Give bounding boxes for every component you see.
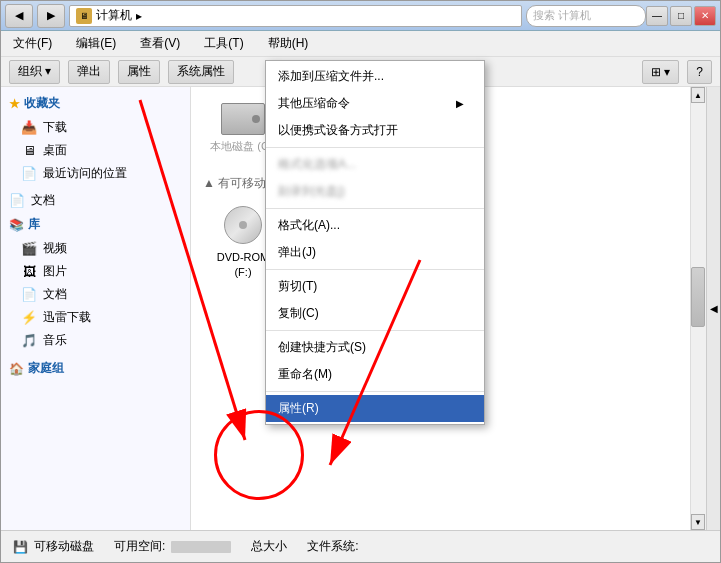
- sidebar-item-label: 视频: [43, 240, 67, 257]
- ctx-sep2: [266, 208, 484, 209]
- thunder-icon: ⚡: [21, 310, 37, 326]
- context-menu: 添加到压缩文件并... 其他压缩命令 ▶ 以便携式设备方式打开 格式化选项A..…: [265, 60, 485, 425]
- sidebar-item-label: 下载: [43, 119, 67, 136]
- free-space-status: 可用空间:: [114, 538, 231, 555]
- total-size-label: 总大小: [251, 538, 287, 555]
- address-bar[interactable]: 🖥 计算机 ▸: [69, 5, 522, 27]
- doc-icon: 📄: [9, 193, 25, 209]
- desktop-icon: 🖥: [21, 143, 37, 159]
- ctx-portable-open[interactable]: 以便携式设备方式打开: [266, 117, 484, 144]
- address-arrow: ▸: [136, 9, 142, 23]
- ctx-sep4: [266, 330, 484, 331]
- sidebar-item-label: 音乐: [43, 332, 67, 349]
- dvd-disc: [224, 206, 262, 244]
- sidebar-item-download[interactable]: 📥 下载: [1, 116, 190, 139]
- ctx-blurred2[interactable]: 刻录到光盘j): [266, 178, 484, 205]
- sidebar-item-doc2[interactable]: 📄 文档: [1, 283, 190, 306]
- menu-edit[interactable]: 编辑(E): [72, 33, 120, 54]
- scrollbar-up[interactable]: ▲: [691, 87, 705, 103]
- title-bar-left: ◀ ▶ 🖥 计算机 ▸ 搜索 计算机: [5, 4, 646, 28]
- sidebar-item-desktop[interactable]: 🖥 桌面: [1, 139, 190, 162]
- scrollbar[interactable]: ▲ ▼: [690, 87, 706, 530]
- ctx-blurred1[interactable]: 格式化选项A...: [266, 151, 484, 178]
- recent-icon: 📄: [21, 166, 37, 182]
- ctx-blurred1-label: 格式化选项A...: [278, 156, 356, 173]
- ctx-create-shortcut-label: 创建快捷方式(S): [278, 339, 366, 356]
- video-icon: 🎬: [21, 241, 37, 257]
- free-space-bar: [171, 541, 231, 553]
- panel-collapse-button[interactable]: ◀: [706, 87, 720, 530]
- ctx-other-compress[interactable]: 其他压缩命令 ▶: [266, 90, 484, 117]
- drive-status: 💾 可移动磁盘: [13, 538, 94, 555]
- doc2-icon: 📄: [21, 287, 37, 303]
- ctx-format[interactable]: 格式化(A)...: [266, 212, 484, 239]
- sidebar-item-label: 桌面: [43, 142, 67, 159]
- hdd-c-icon: [221, 103, 265, 135]
- system-properties-button[interactable]: 系统属性: [168, 60, 234, 84]
- forward-button[interactable]: ▶: [37, 4, 65, 28]
- sidebar-item-video[interactable]: 🎬 视频: [1, 237, 190, 260]
- ctx-eject[interactable]: 弹出(J): [266, 239, 484, 266]
- filesystem-label: 文件系统:: [307, 538, 358, 555]
- view-toggle-button[interactable]: ⊞ ▾: [642, 60, 679, 84]
- eject-button[interactable]: 弹出: [68, 60, 110, 84]
- ctx-properties[interactable]: 属性(R): [266, 395, 484, 422]
- back-button[interactable]: ◀: [5, 4, 33, 28]
- help-button[interactable]: ?: [687, 60, 712, 84]
- sidebar-item-document[interactable]: 📄 文档: [1, 189, 190, 212]
- ctx-copy-label: 复制(C): [278, 305, 319, 322]
- ctx-sep3: [266, 269, 484, 270]
- minimize-button[interactable]: —: [646, 6, 668, 26]
- ctx-cut-label: 剪切(T): [278, 278, 317, 295]
- sidebar-item-music[interactable]: 🎵 音乐: [1, 329, 190, 352]
- scrollbar-thumb[interactable]: [691, 267, 705, 327]
- ctx-sep5: [266, 391, 484, 392]
- drive-status-label: 可移动磁盘: [34, 538, 94, 555]
- homegroup-header[interactable]: 🏠 家庭组: [1, 356, 190, 381]
- library-header[interactable]: 📚 库: [1, 212, 190, 237]
- ctx-format-label: 格式化(A)...: [278, 217, 340, 234]
- organize-button[interactable]: 组织 ▾: [9, 60, 60, 84]
- sidebar-item-recent[interactable]: 📄 最近访问的位置: [1, 162, 190, 185]
- ctx-properties-label: 属性(R): [278, 400, 319, 417]
- sidebar-item-image[interactable]: 🖼 图片: [1, 260, 190, 283]
- ctx-blurred2-label: 刻录到光盘j): [278, 183, 345, 200]
- favorites-header[interactable]: ★ 收藏夹: [1, 91, 190, 116]
- free-space-label: 可用空间:: [114, 538, 165, 555]
- search-box[interactable]: 搜索 计算机: [526, 5, 646, 27]
- menu-tools[interactable]: 工具(T): [200, 33, 247, 54]
- ctx-rename[interactable]: 重命名(M): [266, 361, 484, 388]
- maximize-button[interactable]: □: [670, 6, 692, 26]
- ctx-eject-label: 弹出(J): [278, 244, 316, 261]
- menu-bar: 文件(F) 编辑(E) 查看(V) 工具(T) 帮助(H): [1, 31, 720, 57]
- ctx-rename-label: 重命名(M): [278, 366, 332, 383]
- properties-button[interactable]: 属性: [118, 60, 160, 84]
- sidebar-item-label: 最近访问的位置: [43, 165, 127, 182]
- ctx-add-archive[interactable]: 添加到压缩文件并...: [266, 63, 484, 90]
- computer-icon: 🖥: [76, 8, 92, 24]
- search-placeholder: 搜索 计算机: [533, 8, 591, 23]
- sidebar-item-label: 迅雷下载: [43, 309, 91, 326]
- submenu-arrow: ▶: [456, 98, 464, 109]
- sidebar-item-label: 文档: [31, 192, 55, 209]
- address-text: 计算机: [96, 7, 132, 24]
- ctx-portable-open-label: 以便携式设备方式打开: [278, 122, 398, 139]
- total-size-status: 总大小: [251, 538, 287, 555]
- menu-view[interactable]: 查看(V): [136, 33, 184, 54]
- close-button[interactable]: ✕: [694, 6, 716, 26]
- favorites-label: 收藏夹: [24, 95, 60, 112]
- menu-file[interactable]: 文件(F): [9, 33, 56, 54]
- ctx-copy[interactable]: 复制(C): [266, 300, 484, 327]
- status-bar: 💾 可移动磁盘 可用空间: 总大小 文件系统:: [1, 530, 720, 562]
- sidebar-item-thunder[interactable]: ⚡ 迅雷下载: [1, 306, 190, 329]
- image-icon: 🖼: [21, 264, 37, 280]
- menu-help[interactable]: 帮助(H): [264, 33, 313, 54]
- ctx-cut[interactable]: 剪切(T): [266, 273, 484, 300]
- homegroup-label: 家庭组: [28, 360, 64, 377]
- homegroup-section: 🏠 家庭组: [1, 356, 190, 381]
- scrollbar-down[interactable]: ▼: [691, 514, 705, 530]
- library-section: 📚 库 🎬 视频 🖼 图片 📄 文档 ⚡ 迅雷下载: [1, 212, 190, 352]
- title-controls: — □ ✕: [646, 6, 716, 26]
- download-icon: 📥: [21, 120, 37, 136]
- ctx-create-shortcut[interactable]: 创建快捷方式(S): [266, 334, 484, 361]
